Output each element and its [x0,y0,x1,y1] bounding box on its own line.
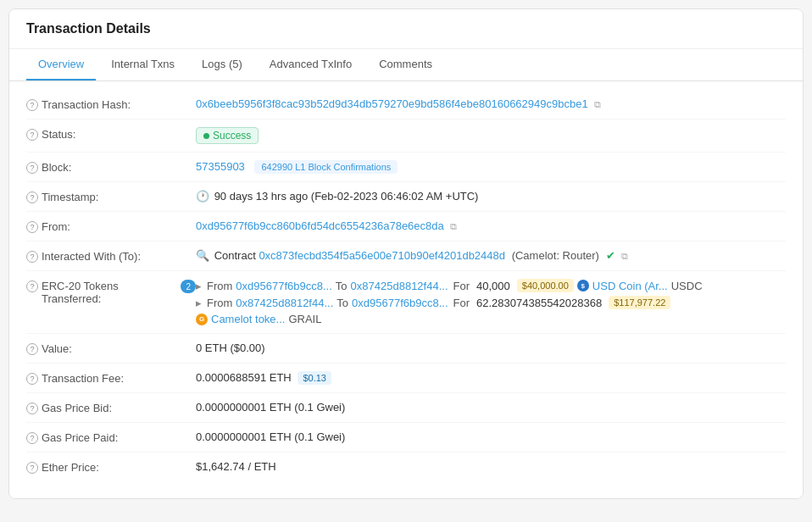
value-help-icon[interactable]: ? [26,343,38,355]
status-value: Success [196,127,786,144]
transfer-to-label-2: To [336,297,348,309]
tx-hash-value: 0x6beeb5956f3f8cac93b52d9d34db579270e9bd… [196,97,786,110]
from-help-icon[interactable]: ? [26,221,38,233]
gas-price-bid-label: ? Gas Price Bid: [26,401,196,414]
tx-fee-usd-badge: $0.13 [298,371,331,385]
gas-price-bid-value: 0.0000000001 ETH (0.1 Gwei) [196,401,786,414]
gas-bid-help-icon[interactable]: ? [26,403,38,414]
tx-fee-row: ? Transaction Fee: 0.0000688591 ETH $0.1… [26,364,786,393]
transfer-to-addr-2[interactable]: 0xd95677f6b9cc8... [352,297,448,309]
transfer-usd-1: $40,000.00 [517,279,574,292]
token-badge-2: G Camelot toke... GRAIL [196,313,321,325]
transfer-row-1: ▸ From 0xd95677f6b9cc8... To 0x87425d881… [196,279,786,292]
contract-icon: 🔍 [196,249,209,262]
transfer-bullet-2: ▸ [196,297,202,309]
transfer-for-label-1: For [453,280,470,292]
clock-icon: 🕐 [196,190,209,203]
from-label: ? From: [26,219,196,233]
tab-advanced-txinfo[interactable]: Advanced TxInfo [258,49,364,81]
transfer-from-addr-1[interactable]: 0xd95677f6b9cc8... [236,280,331,292]
status-row: ? Status: Success [26,119,786,153]
timestamp-row: ? Timestamp: 🕐 90 days 13 hrs ago (Feb-0… [26,182,786,212]
from-address-link[interactable]: 0xd95677f6b9cc860b6fd54dc6554236a78e6ec8… [196,219,444,232]
transfer-amount-1: 40,000 [476,280,510,292]
token-name-1[interactable]: USD Coin (Ar... [592,280,668,292]
transfer-amount-2: 62.283074385542028368 [476,297,602,309]
tx-hash-row: ? Transaction Hash: 0x6beeb5956f3f8cac93… [26,90,786,119]
block-row: ? Block: 57355903 642990 L1 Block Confir… [26,153,786,182]
gas-price-bid-row: ? Gas Price Bid: 0.0000000001 ETH (0.1 G… [26,393,786,423]
overview-content: ? Transaction Hash: 0x6beeb5956f3f8cac93… [9,81,803,498]
ether-price-label: ? Ether Price: [26,460,196,474]
contract-name: (Camelot: Router) [512,249,599,262]
copy-tx-hash-icon[interactable]: ⧉ [594,99,601,110]
token-symbol-1: USDC [671,280,703,292]
tab-internal-txns[interactable]: Internal Txns [99,49,186,81]
ether-price-value: $1,642.74 / ETH [196,460,786,473]
timestamp-help-icon[interactable]: ? [26,192,38,203]
erc20-count-badge: 2 [181,280,196,293]
value-value: 0 ETH ($0.00) [196,342,786,354]
usdc-icon: $ [577,280,589,292]
status-dot [203,133,209,139]
gas-price-paid-label: ? Gas Price Paid: [26,430,196,444]
interacted-help-icon[interactable]: ? [26,251,38,263]
erc20-help-icon[interactable]: ? [26,280,38,292]
transfer-to-addr-1[interactable]: 0x87425d8812f44... [351,280,448,292]
status-badge: Success [196,127,259,144]
page-title: Transaction Details [9,9,803,49]
token-symbol-2: GRAIL [288,313,321,325]
block-number-link[interactable]: 57355903 [196,160,245,173]
transaction-details-panel: Transaction Details Overview Internal Tx… [8,8,804,499]
value-label: ? Value: [26,342,196,355]
verified-icon: ✔ [606,249,615,262]
token-name-2[interactable]: Camelot toke... [211,313,285,325]
interacted-with-row: ? Interacted With (To): 🔍 Contract 0xc87… [26,242,786,271]
tab-bar: Overview Internal Txns Logs (5) Advanced… [9,49,803,81]
timestamp-value: 🕐 90 days 13 hrs ago (Feb-02-2023 06:46:… [196,190,786,203]
tab-overview[interactable]: Overview [26,49,96,81]
erc20-row: ? ERC-20 Tokens Transferred: 2 ▸ From 0x… [26,271,786,334]
from-value: 0xd95677f6b9cc860b6fd54dc6554236a78e6ec8… [196,219,786,232]
tx-hash-label: ? Transaction Hash: [26,97,196,111]
status-help-icon[interactable]: ? [26,129,38,141]
status-label: ? Status: [26,127,196,141]
interacted-with-label: ? Interacted With (To): [26,249,196,263]
tab-logs[interactable]: Logs (5) [190,49,254,81]
token-badge-1: $ USD Coin (Ar... USDC [577,280,703,292]
tx-fee-value: 0.0000688591 ETH $0.13 [196,371,786,385]
tx-hash-link[interactable]: 0x6beeb5956f3f8cac93b52d9d34db579270e9bd… [196,97,588,110]
block-confirmations-badge: 642990 L1 Block Confirmations [254,160,398,174]
transfer-from-label-2: From [207,297,232,309]
tx-fee-help-icon[interactable]: ? [26,373,38,385]
transfer-to-label-1: To [336,280,348,292]
value-row: ? Value: 0 ETH ($0.00) [26,334,786,364]
block-value: 57355903 642990 L1 Block Confirmations [196,160,786,174]
grail-icon: G [196,314,208,325]
from-row: ? From: 0xd95677f6b9cc860b6fd54dc6554236… [26,212,786,242]
copy-from-icon[interactable]: ⧉ [450,221,457,232]
transfer-usd-2: $117,977.22 [609,296,670,309]
contract-address-link[interactable]: 0xc873fecbd354f5a56e00e710b90ef4201db244… [259,249,505,262]
gas-paid-help-icon[interactable]: ? [26,432,38,444]
gas-price-paid-row: ? Gas Price Paid: 0.0000000001 ETH (0.1 … [26,423,786,453]
erc20-transfers: ▸ From 0xd95677f6b9cc8... To 0x87425d881… [196,279,786,325]
copy-contract-icon[interactable]: ⧉ [621,251,628,262]
timestamp-label: ? Timestamp: [26,190,196,203]
tx-hash-help-icon[interactable]: ? [26,99,38,111]
transfer-from-label-1: From [207,280,232,292]
transfer-from-addr-2[interactable]: 0x87425d8812f44... [236,297,333,309]
interacted-with-value: 🔍 Contract 0xc873fecbd354f5a56e00e710b90… [196,249,786,262]
transfer-bullet-1: ▸ [196,280,202,292]
transfer-row-2: ▸ From 0x87425d8812f44... To 0xd95677f6b… [196,296,786,325]
ether-price-help-icon[interactable]: ? [26,462,38,474]
ether-price-row: ? Ether Price: $1,642.74 / ETH [26,453,786,481]
gas-price-paid-value: 0.0000000001 ETH (0.1 Gwei) [196,430,786,443]
tx-fee-label: ? Transaction Fee: [26,371,196,385]
erc20-label: ? ERC-20 Tokens Transferred: 2 [26,279,196,305]
transfer-for-label-2: For [453,297,470,309]
block-help-icon[interactable]: ? [26,162,38,174]
tab-comments[interactable]: Comments [367,49,444,81]
block-label: ? Block: [26,160,196,174]
